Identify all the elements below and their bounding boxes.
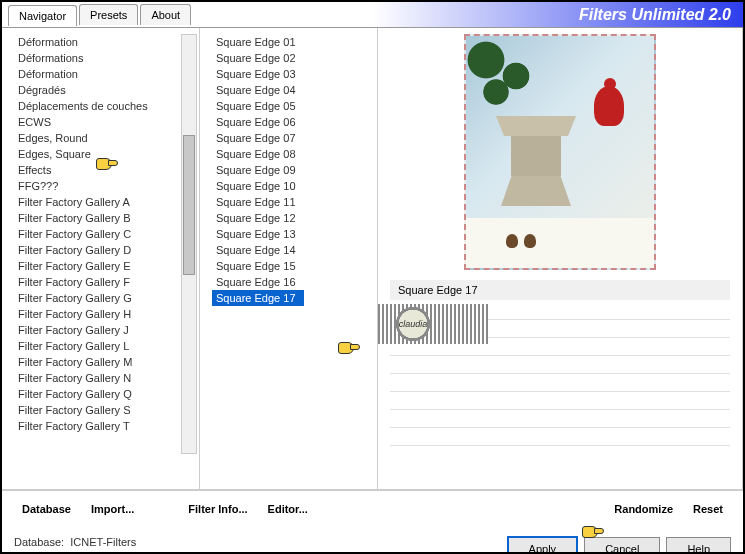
pine-branch xyxy=(464,36,556,116)
watermark-badge: claudia xyxy=(378,304,488,344)
category-item[interactable]: ECWS xyxy=(14,114,199,130)
scrollbar[interactable] xyxy=(181,34,197,454)
tab-about[interactable]: About xyxy=(140,4,191,25)
category-item[interactable]: Filter Factory Gallery Q xyxy=(14,386,199,402)
category-item[interactable]: Filter Factory Gallery A xyxy=(14,194,199,210)
db-info: Database: ICNET-Filters Filters: 3933 xyxy=(14,535,136,554)
category-item[interactable]: Filter Factory Gallery J xyxy=(14,322,199,338)
filterinfo-button[interactable]: Filter Info... xyxy=(180,499,255,519)
app-title: Filters Unlimited 2.0 xyxy=(579,6,731,24)
import-button[interactable]: Import... xyxy=(83,499,142,519)
category-item[interactable]: Dégradés xyxy=(14,82,199,98)
filter-item[interactable]: Square Edge 09 xyxy=(212,162,377,178)
category-item[interactable]: Filter Factory Gallery T xyxy=(14,418,199,434)
randomize-button[interactable]: Randomize xyxy=(606,499,681,519)
filter-column: Square Edge 01Square Edge 02Square Edge … xyxy=(200,28,378,489)
category-item[interactable]: Filter Factory Gallery C xyxy=(14,226,199,242)
filter-item[interactable]: Square Edge 01 xyxy=(212,34,377,50)
preview-column: claudia Square Edge 17 xyxy=(378,28,743,489)
category-list[interactable]: DéformationDéformationsDéformationDégrad… xyxy=(14,34,199,454)
filter-item[interactable]: Square Edge 08 xyxy=(212,146,377,162)
pointer-hand-icon xyxy=(96,156,118,172)
category-item[interactable]: Filter Factory Gallery H xyxy=(14,306,199,322)
filter-item[interactable]: Square Edge 12 xyxy=(212,210,377,226)
filter-item[interactable]: Square Edge 02 xyxy=(212,50,377,66)
database-button[interactable]: Database xyxy=(14,499,79,519)
help-button[interactable]: Help xyxy=(666,537,731,554)
apply-button[interactable]: Apply xyxy=(507,536,579,554)
param-row[interactable] xyxy=(390,374,730,392)
category-item[interactable]: Déformations xyxy=(14,50,199,66)
header: Navigator Presets About Filters Unlimite… xyxy=(2,2,743,28)
pinecone xyxy=(524,234,536,248)
category-column: DéformationDéformationsDéformationDégrad… xyxy=(2,28,200,489)
cardinal-bird xyxy=(594,86,624,126)
category-item[interactable]: Déformation xyxy=(14,34,199,50)
stone-lantern xyxy=(496,116,576,226)
category-item[interactable]: Déplacements de couches xyxy=(14,98,199,114)
filter-item[interactable]: Square Edge 04 xyxy=(212,82,377,98)
category-item[interactable]: Filter Factory Gallery G xyxy=(14,290,199,306)
category-item[interactable]: Edges, Round xyxy=(14,130,199,146)
category-item[interactable]: Déformation xyxy=(14,66,199,82)
scroll-thumb[interactable] xyxy=(183,135,195,275)
category-item[interactable]: Filter Factory Gallery S xyxy=(14,402,199,418)
button-row: Database Import... Filter Info... Editor… xyxy=(2,490,743,527)
filter-item[interactable]: Square Edge 13 xyxy=(212,226,377,242)
pinecone xyxy=(506,234,518,248)
preview-image xyxy=(464,34,656,270)
filter-item[interactable]: Square Edge 03 xyxy=(212,66,377,82)
snow-ground xyxy=(466,218,654,268)
param-row[interactable] xyxy=(390,410,730,428)
filter-name-label: Square Edge 17 xyxy=(390,280,730,300)
category-item[interactable]: Filter Factory Gallery B xyxy=(14,210,199,226)
editor-button[interactable]: Editor... xyxy=(260,499,316,519)
pointer-hand-icon xyxy=(338,340,360,356)
tab-navigator[interactable]: Navigator xyxy=(8,5,77,26)
footer: Database: ICNET-Filters Filters: 3933 Ap… xyxy=(2,527,743,554)
category-item[interactable]: Filter Factory Gallery D xyxy=(14,242,199,258)
filter-item[interactable]: Square Edge 07 xyxy=(212,130,377,146)
param-row[interactable] xyxy=(390,356,730,374)
pointer-hand-icon xyxy=(582,524,604,540)
filter-item[interactable]: Square Edge 05 xyxy=(212,98,377,114)
filter-item[interactable]: Square Edge 17 xyxy=(212,290,304,306)
category-item[interactable]: Filter Factory Gallery F xyxy=(14,274,199,290)
tab-presets[interactable]: Presets xyxy=(79,4,138,25)
reset-button[interactable]: Reset xyxy=(685,499,731,519)
category-item[interactable]: Filter Factory Gallery N xyxy=(14,370,199,386)
category-item[interactable]: FFG??? xyxy=(14,178,199,194)
filter-item[interactable]: Square Edge 15 xyxy=(212,258,377,274)
filter-item[interactable]: Square Edge 14 xyxy=(212,242,377,258)
filter-item[interactable]: Square Edge 16 xyxy=(212,274,377,290)
filter-item[interactable]: Square Edge 11 xyxy=(212,194,377,210)
main: DéformationDéformationsDéformationDégrad… xyxy=(2,28,743,490)
category-item[interactable]: Filter Factory Gallery M xyxy=(14,354,199,370)
tabs: Navigator Presets About xyxy=(8,4,193,25)
category-item[interactable]: Filter Factory Gallery L xyxy=(14,338,199,354)
param-row[interactable] xyxy=(390,428,730,446)
filter-item[interactable]: Square Edge 06 xyxy=(212,114,377,130)
param-row[interactable] xyxy=(390,392,730,410)
filter-item[interactable]: Square Edge 10 xyxy=(212,178,377,194)
filter-list[interactable]: Square Edge 01Square Edge 02Square Edge … xyxy=(212,34,377,454)
category-item[interactable]: Filter Factory Gallery E xyxy=(14,258,199,274)
